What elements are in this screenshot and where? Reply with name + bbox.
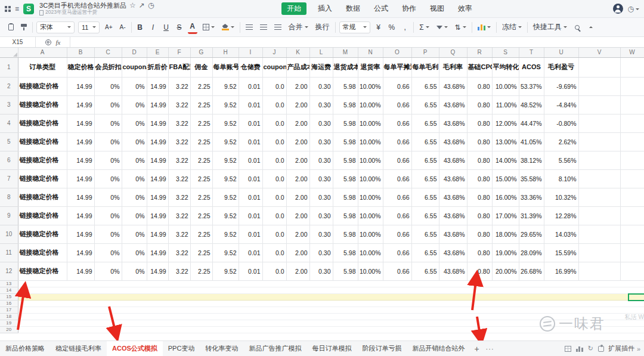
cell-H19[interactable] — [212, 320, 239, 326]
cell-L20[interactable] — [309, 326, 333, 333]
sheet-tab-新品价格策略[interactable]: 新品价格策略 — [0, 341, 50, 356]
cell-S12[interactable]: 20.00% — [492, 262, 519, 280]
cell-C19[interactable] — [94, 320, 122, 326]
row-number-2[interactable]: 2 — [0, 77, 18, 95]
cell-I3[interactable]: 0.01 — [239, 95, 262, 114]
cell-H18[interactable] — [212, 313, 239, 320]
cell-O1[interactable]: 每单平摊退货成本 — [383, 57, 411, 77]
cell-S19[interactable] — [492, 320, 519, 326]
cell-J13[interactable] — [262, 280, 286, 287]
cell-D15[interactable] — [122, 293, 147, 300]
cell-G14[interactable] — [190, 287, 212, 293]
cell-L11[interactable]: 0.30 — [309, 243, 333, 262]
cell-E6[interactable]: 14.99 — [147, 151, 168, 169]
row-number-19[interactable]: 19 — [0, 320, 18, 326]
row-number-4[interactable]: 4 — [0, 114, 18, 132]
cell-I16[interactable] — [239, 300, 262, 307]
cell-H10[interactable]: 9.52 — [212, 225, 239, 243]
cell-T20[interactable] — [519, 326, 544, 333]
cell-V19[interactable] — [578, 320, 620, 326]
cell-P14[interactable] — [411, 287, 439, 293]
cell-T9[interactable]: 31.39% — [519, 206, 544, 225]
cell-P16[interactable] — [411, 300, 439, 307]
cell-V16[interactable] — [578, 300, 620, 307]
cell-Q2[interactable]: 43.68% — [439, 77, 467, 95]
cell-G3[interactable]: 2.25 — [190, 95, 212, 114]
cell-I19[interactable] — [239, 320, 262, 326]
cell-J20[interactable] — [262, 326, 286, 333]
cell-F11[interactable]: 3.22 — [168, 243, 190, 262]
cell-R15[interactable] — [467, 293, 492, 300]
cell-O16[interactable] — [383, 300, 411, 307]
formula-input[interactable] — [70, 37, 644, 47]
cell-I10[interactable]: 0.01 — [239, 225, 262, 243]
cell-N8[interactable]: 10.00% — [358, 188, 383, 206]
cell-G18[interactable] — [190, 313, 212, 320]
cell-C10[interactable]: 0% — [94, 225, 122, 243]
column-header-S[interactable]: S — [492, 48, 519, 57]
cell-U17[interactable] — [544, 307, 578, 313]
cell-H20[interactable] — [212, 326, 239, 333]
underline-button[interactable]: U — [162, 21, 171, 34]
cell-T19[interactable] — [519, 320, 544, 326]
cell-W13[interactable] — [620, 280, 644, 287]
cell-K6[interactable]: 2.00 — [286, 151, 309, 169]
autosum-button[interactable]: Σ — [417, 21, 431, 34]
cell-T11[interactable]: 28.09% — [519, 243, 544, 262]
cell-N13[interactable] — [358, 280, 383, 287]
column-header-L[interactable]: L — [309, 48, 333, 57]
cell-O19[interactable] — [383, 320, 411, 326]
cell-W18[interactable] — [620, 313, 644, 320]
cell-P13[interactable] — [411, 280, 439, 287]
cell-H7[interactable]: 9.52 — [212, 169, 239, 188]
cell-O2[interactable]: 0.66 — [383, 77, 411, 95]
cell-L19[interactable] — [309, 320, 333, 326]
column-header-C[interactable]: C — [94, 48, 122, 57]
cell-V9[interactable] — [578, 206, 620, 225]
cell-R11[interactable]: 0.80 — [467, 243, 492, 262]
cell-B8[interactable]: 14.99 — [67, 188, 94, 206]
cell-F19[interactable] — [168, 320, 190, 326]
cell-M9[interactable]: 5.98 — [333, 206, 358, 225]
cell-P15[interactable] — [411, 293, 439, 300]
cell-D6[interactable]: 0% — [122, 151, 147, 169]
sheet-tab-ACOS公式模拟[interactable]: ACOS公式模拟 — [107, 341, 163, 356]
row-number-1[interactable]: 1 — [0, 57, 18, 77]
cell-W8[interactable] — [620, 188, 644, 206]
cell-G7[interactable]: 2.25 — [190, 169, 212, 188]
cell-F16[interactable] — [168, 300, 190, 307]
row-number-8[interactable]: 8 — [0, 188, 18, 206]
cell-S8[interactable]: 16.00% — [492, 188, 519, 206]
cell-U16[interactable] — [544, 300, 578, 307]
paste-button[interactable] — [6, 21, 16, 34]
column-header-W[interactable]: W — [620, 48, 644, 57]
column-header-A[interactable]: A — [18, 48, 67, 57]
cell-G1[interactable]: 佣金 — [190, 57, 212, 77]
cell-R3[interactable]: 0.80 — [467, 95, 492, 114]
cell-A15[interactable] — [18, 293, 67, 300]
cell-G5[interactable]: 2.25 — [190, 132, 212, 151]
cell-G19[interactable] — [190, 320, 212, 326]
cell-R1[interactable]: 基础CPC — [467, 57, 492, 77]
cell-F17[interactable] — [168, 307, 190, 313]
cell-T14[interactable] — [519, 287, 544, 293]
cell-D9[interactable]: 0% — [122, 206, 147, 225]
cell-I5[interactable]: 0.01 — [239, 132, 262, 151]
cell-U4[interactable]: -0.80% — [544, 114, 578, 132]
cell-T18[interactable] — [519, 313, 544, 320]
chart-button[interactable] — [476, 21, 493, 34]
cell-S13[interactable] — [492, 280, 519, 287]
cell-L7[interactable]: 0.30 — [309, 169, 333, 188]
cell-S4[interactable]: 12.00% — [492, 114, 519, 132]
cell-A5[interactable]: 链接稳定价格 — [18, 132, 67, 151]
cell-R9[interactable]: 0.80 — [467, 206, 492, 225]
cell-W9[interactable] — [620, 206, 644, 225]
row-number-5[interactable]: 5 — [0, 132, 18, 151]
cell-G17[interactable] — [190, 307, 212, 313]
cell-J10[interactable]: 0.0 — [262, 225, 286, 243]
cell-D7[interactable]: 0% — [122, 169, 147, 188]
cell-D3[interactable]: 0% — [122, 95, 147, 114]
cell-P17[interactable] — [411, 307, 439, 313]
cell-F6[interactable]: 3.22 — [168, 151, 190, 169]
cell-B19[interactable] — [67, 320, 94, 326]
